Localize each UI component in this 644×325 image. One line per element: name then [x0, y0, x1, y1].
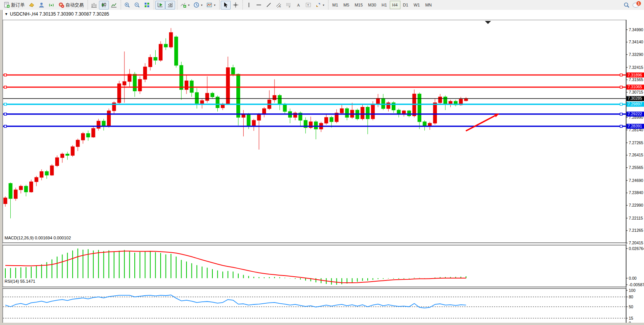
svg-text:7.28391: 7.28391 — [628, 124, 642, 128]
fibonacci-icon: F — [285, 2, 292, 8]
autotrading-button[interactable]: 自动交易 — [56, 1, 86, 10]
svg-text:0.00: 0.00 — [629, 276, 637, 280]
bar-chart-icon — [91, 2, 97, 8]
signals-button[interactable] — [37, 1, 46, 10]
text-button[interactable]: A — [293, 1, 303, 10]
new-order-icon — [4, 2, 10, 8]
timeframe-group: M1M5M15M30H1H4D1W1MN — [328, 0, 435, 10]
market-icon — [29, 2, 35, 8]
channel-icon: E — [276, 2, 282, 8]
svg-text:7.21265: 7.21265 — [629, 228, 643, 233]
price-chart[interactable]: 7.349907.341407.332907.324157.315657.307… — [0, 10, 644, 325]
line-chart-icon — [111, 2, 117, 8]
text-icon: A — [295, 2, 301, 8]
templates-button[interactable]: ▾ — [204, 1, 217, 10]
crosshair-button[interactable] — [231, 1, 241, 10]
svg-text:7.32415: 7.32415 — [629, 65, 643, 70]
tab-timeframe-M1[interactable]: M1 — [330, 1, 341, 9]
tile-windows-button[interactable] — [142, 1, 152, 10]
search-icon[interactable] — [623, 2, 630, 8]
periods-clock-icon — [193, 2, 199, 8]
svg-text:7.24690: 7.24690 — [629, 178, 643, 183]
periods-button[interactable]: ▾ — [191, 1, 204, 10]
indicators-button[interactable]: ▾ — [179, 1, 191, 10]
candlestick-button[interactable] — [99, 1, 109, 10]
bar-chart-button[interactable] — [89, 1, 99, 10]
svg-text:7.34140: 7.34140 — [629, 40, 643, 44]
text-label-icon: T — [305, 2, 311, 8]
chart-shift-button[interactable] — [165, 1, 175, 10]
arrows-caret-icon: ▾ — [323, 3, 324, 7]
zoom-in-button[interactable] — [122, 1, 132, 10]
svg-text:7.31565: 7.31565 — [629, 77, 643, 82]
svg-text:50: 50 — [629, 304, 633, 309]
notifications-button[interactable]: 1 — [633, 2, 640, 8]
fibonacci-button[interactable]: F — [284, 1, 293, 10]
autoscroll-icon — [157, 2, 163, 8]
tab-timeframe-D1[interactable]: D1 — [400, 1, 411, 9]
svg-text:-0.005872: -0.005872 — [629, 282, 644, 287]
collapse-triangle-icon[interactable]: ▼ — [5, 12, 8, 16]
svg-text:7.34990: 7.34990 — [629, 27, 643, 32]
zoom-out-button[interactable] — [132, 1, 142, 10]
autoscroll-button[interactable] — [155, 1, 165, 10]
chart-shift-icon — [167, 2, 173, 8]
channel-button[interactable]: E — [274, 1, 284, 10]
tab-timeframe-MN[interactable]: MN — [422, 1, 434, 9]
rsi-indicator-label: RSI(14) 55.1471 — [5, 279, 35, 284]
svg-text:7.29222: 7.29222 — [628, 112, 642, 116]
autotrading-icon — [58, 2, 64, 8]
chart-symbol-title: ▼ USDCNH-,H4 7.30135 7.30390 7.30087 7.3… — [5, 11, 109, 17]
vertical-line-button[interactable] — [244, 1, 254, 10]
svg-text:7.30285: 7.30285 — [628, 96, 642, 100]
notification-count-badge: 1 — [636, 1, 641, 6]
tab-timeframe-M5[interactable]: M5 — [341, 1, 352, 9]
horizontal-line-button[interactable] — [254, 1, 264, 10]
svg-text:E: E — [279, 5, 281, 8]
svg-text:F: F — [289, 6, 290, 8]
zoom-in-icon — [124, 2, 130, 8]
svg-text:7.22990: 7.22990 — [629, 203, 643, 207]
horizontal-line-icon — [256, 2, 262, 8]
chart-canvas[interactable]: 7.349907.341407.332907.324157.315657.307… — [0, 20, 644, 325]
new-order-button[interactable]: 新订单 — [2, 1, 27, 10]
signals-icon — [38, 2, 45, 8]
chart-title-text: USDCNH-,H4 7.30135 7.30390 7.30087 7.302… — [10, 11, 109, 17]
svg-text:0.026764: 0.026764 — [629, 246, 644, 251]
svg-text:A: A — [297, 3, 300, 7]
crosshair-icon — [233, 2, 239, 8]
trendline-button[interactable] — [264, 1, 274, 10]
arrows-button[interactable]: ▾ — [313, 1, 326, 10]
svg-text:7.23840: 7.23840 — [629, 190, 643, 195]
tab-timeframe-H1[interactable]: H1 — [379, 1, 389, 9]
tile-windows-icon — [144, 2, 150, 8]
candlestick-icon — [101, 2, 107, 8]
tab-timeframe-W1[interactable]: W1 — [411, 1, 423, 9]
new-order-label: 新订单 — [11, 2, 25, 8]
svg-text:7.33290: 7.33290 — [629, 52, 643, 57]
tab-timeframe-M30[interactable]: M30 — [365, 1, 379, 9]
svg-text:T: T — [307, 3, 309, 7]
tab-timeframe-M15[interactable]: M15 — [352, 1, 365, 9]
market-button[interactable] — [27, 1, 37, 10]
zoom-out-icon — [134, 2, 140, 8]
svg-text:7.31896: 7.31896 — [628, 73, 642, 77]
line-chart-button[interactable] — [109, 1, 119, 10]
cursor-button[interactable] — [221, 1, 231, 10]
news-button[interactable] — [46, 1, 56, 10]
svg-text:7.29897: 7.29897 — [628, 102, 642, 106]
svg-text:7.22115: 7.22115 — [629, 216, 643, 220]
text-label-button[interactable]: T — [303, 1, 313, 10]
tab-timeframe-H4[interactable]: H4 — [390, 1, 400, 9]
main-toolbar: 新订单 自动交易 — [0, 0, 644, 10]
templates-caret-icon: ▾ — [214, 3, 215, 7]
indicators-caret-icon: ▾ — [188, 3, 190, 7]
trendline-icon — [266, 2, 272, 8]
svg-text:80: 80 — [629, 295, 633, 299]
templates-icon — [206, 2, 212, 8]
svg-text:15: 15 — [629, 316, 633, 320]
arrows-icon — [315, 2, 321, 8]
autotrading-label: 自动交易 — [65, 2, 84, 8]
window-bottom-strip — [0, 323, 644, 325]
svg-text:7.25565: 7.25565 — [629, 165, 643, 170]
